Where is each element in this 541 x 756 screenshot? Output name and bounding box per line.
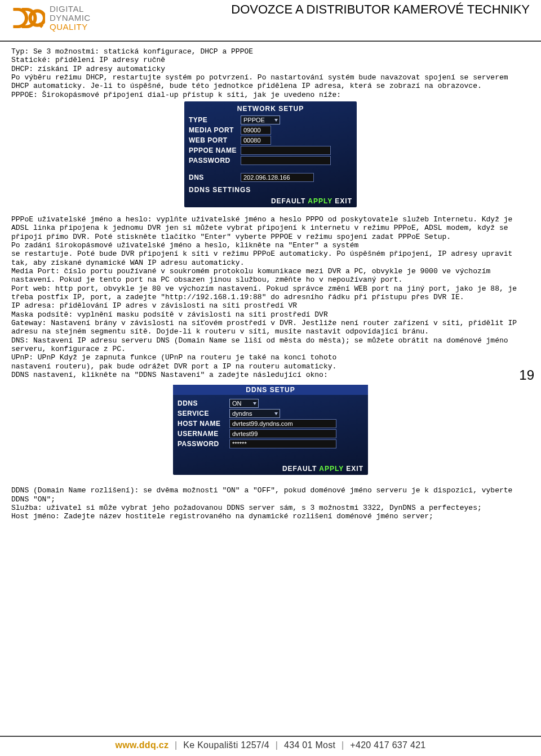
exit-button[interactable]: EXIT xyxy=(335,197,352,205)
type-dropdown[interactable]: PPPOE xyxy=(241,115,280,124)
ddns-apply-button[interactable]: APPLY xyxy=(319,465,344,473)
pppoe-name-field[interactable] xyxy=(241,146,331,155)
page-number: 19 xyxy=(519,367,534,383)
page-footer: www.ddq.cz | Ke Koupališti 1257/4 | 434 … xyxy=(0,736,541,750)
ddns-password-field[interactable]: ****** xyxy=(229,439,336,448)
service-dropdown[interactable]: dyndns xyxy=(229,409,280,418)
host-name-label: HOST NAME xyxy=(178,420,229,428)
password-field[interactable] xyxy=(241,156,331,165)
default-button[interactable]: DEFAULT xyxy=(271,197,305,205)
footer-url: www.ddq.cz xyxy=(115,740,168,750)
separator-icon: | xyxy=(276,740,278,750)
ddns-default-button[interactable]: DEFAULT xyxy=(282,465,317,473)
ddns-exit-button[interactable]: EXIT xyxy=(346,465,363,473)
host-name-field[interactable]: dvrtest99.dyndns.com xyxy=(229,419,336,428)
pppoe-name-label: PPPOE NAME xyxy=(189,146,241,154)
svg-point-0 xyxy=(30,11,45,25)
password-label: PASSWORD xyxy=(189,157,241,164)
media-port-label: MEDIA PORT xyxy=(189,126,241,134)
apply-button[interactable]: APPLY xyxy=(308,197,332,205)
type-label: TYPE xyxy=(189,116,241,124)
separator-icon: | xyxy=(342,740,344,750)
network-setup-screenshot: NETWORK SETUP TYPE PPPOE MEDIA PORT 0900… xyxy=(184,101,357,207)
media-port-field[interactable]: 09000 xyxy=(241,126,271,135)
brand-line3: QUALITY xyxy=(50,23,91,32)
ddns-label: DDNS xyxy=(178,399,229,407)
logo-block: DIGITAL DYNAMIC QUALITY xyxy=(11,5,91,32)
dns-label: DNS xyxy=(189,174,241,181)
ddq-logo-icon xyxy=(11,5,45,32)
username-field[interactable]: dvrtest99 xyxy=(229,429,336,438)
username-label: USERNAME xyxy=(178,430,229,438)
dns-field[interactable]: 202.096.128.166 xyxy=(241,173,314,182)
brand-line1: DIGITAL xyxy=(50,5,91,14)
separator-icon: | xyxy=(175,740,177,750)
ddns-dropdown[interactable]: ON xyxy=(229,399,259,408)
footer-address2: 434 01 Most xyxy=(284,740,335,750)
web-port-field[interactable]: 00080 xyxy=(241,136,271,145)
ddns-setup-title: DDNS SETUP xyxy=(173,385,368,395)
header-tagline: DOVOZCE A DISTRIBUTOR KAMEROVÉ TECHNIKY xyxy=(231,2,530,17)
ddns-password-label: PASSWORD xyxy=(178,440,229,448)
page-header: DIGITAL DYNAMIC QUALITY DOVOZCE A DISTRI… xyxy=(0,0,541,42)
network-setup-title: NETWORK SETUP xyxy=(189,105,352,113)
brand-line2: DYNAMIC xyxy=(50,14,91,23)
text-block-2: PPPoE uživatelské jméno a heslo: vyplňte… xyxy=(0,211,541,379)
text-block-1: Typ: Se 3 možnostmi: statická konfigurac… xyxy=(0,42,541,99)
ddns-settings-label[interactable]: DDNS SETTINGS xyxy=(189,186,352,194)
web-port-label: WEB PORT xyxy=(189,136,241,144)
footer-address1: Ke Koupališti 1257/4 xyxy=(183,740,269,750)
footer-phone: +420 417 637 421 xyxy=(350,740,425,750)
text-block-3: DDNS (Domain Name rozlišení): se dvěma m… xyxy=(0,478,541,521)
ddns-setup-screenshot: DDNS SETUP DDNS ON SERVICE dyndns HOST N… xyxy=(173,385,368,475)
service-label: SERVICE xyxy=(178,410,229,417)
brand-text: DIGITAL DYNAMIC QUALITY xyxy=(50,5,91,31)
